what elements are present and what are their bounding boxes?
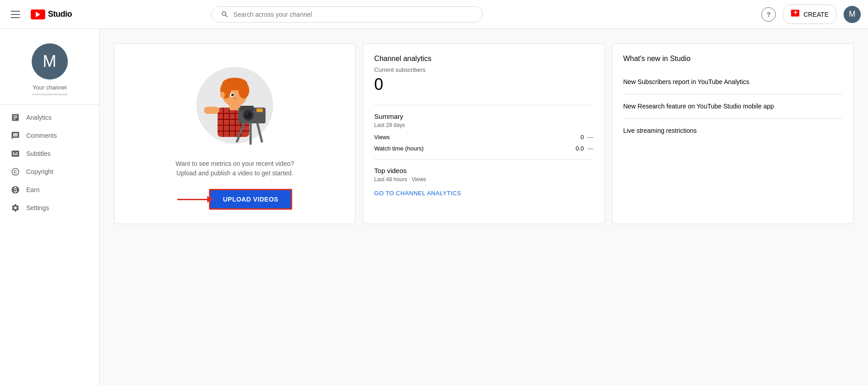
subtitles-label: Subtitles xyxy=(26,150,51,157)
summary-period: Last 28 days xyxy=(374,122,593,128)
goto-analytics-link[interactable]: GO TO CHANNEL ANALYTICS xyxy=(374,190,593,197)
svg-point-17 xyxy=(231,94,234,96)
create-label: CREATE xyxy=(803,11,829,18)
svg-point-15 xyxy=(220,92,225,98)
upload-card: Want to see metrics on your recent video… xyxy=(114,43,356,224)
copyright-label: Copyright xyxy=(26,168,53,175)
views-label: Views xyxy=(374,134,389,141)
analytics-divider-2 xyxy=(374,159,593,160)
sidebar-channel-bar xyxy=(32,94,68,95)
create-icon xyxy=(791,9,800,20)
news-text-2: New Research feature on YouTube Studio m… xyxy=(623,102,842,111)
svg-rect-26 xyxy=(256,108,263,112)
user-avatar[interactable]: M xyxy=(844,6,861,23)
search-icon xyxy=(221,10,229,19)
views-value: 0 — xyxy=(580,134,593,141)
news-item-2[interactable]: New Research feature on YouTube Studio m… xyxy=(623,94,842,119)
analytics-card-title: Channel analytics xyxy=(374,55,593,63)
comment-icon xyxy=(11,131,20,140)
sidebar-channel-label: Your channel xyxy=(33,84,66,91)
subscribers-value: 0 xyxy=(374,75,593,94)
whatsnew-title: What's new in Studio xyxy=(623,55,842,63)
svg-point-30 xyxy=(210,107,219,114)
sidebar-item-earn[interactable]: Earn xyxy=(0,181,99,199)
sidebar-item-subtitles[interactable]: Subtitles xyxy=(0,145,99,163)
copyright-icon xyxy=(11,167,20,176)
views-row: Views 0 — xyxy=(374,134,593,141)
upload-illustration xyxy=(190,58,280,148)
watch-time-value: 0.0 — xyxy=(576,145,593,152)
summary-title: Summary xyxy=(374,113,593,120)
analytics-card: Channel analytics Current subscribers 0 … xyxy=(363,43,604,224)
sidebar-profile: M Your channel xyxy=(0,36,99,105)
svg-point-25 xyxy=(246,113,248,115)
youtube-icon xyxy=(31,9,45,19)
sidebar: M Your channel Analytics Comments Subtit… xyxy=(0,29,100,239)
logo[interactable]: Studio xyxy=(31,9,72,19)
earn-label: Earn xyxy=(26,186,40,193)
help-button[interactable]: ? xyxy=(761,7,776,22)
subscribers-label: Current subscribers xyxy=(374,66,593,73)
news-text-3: Live streaming restrictions xyxy=(623,126,842,136)
svg-point-14 xyxy=(238,82,249,99)
news-text-1: New Subscribers report in YouTube Analyt… xyxy=(623,77,842,87)
sidebar-item-settings[interactable]: Settings xyxy=(0,199,99,217)
watch-time-row: Watch time (hours) 0.0 — xyxy=(374,145,593,152)
upload-text: Want to see metrics on your recent video… xyxy=(175,159,294,178)
create-button[interactable]: CREATE xyxy=(783,5,836,24)
dollar-icon xyxy=(11,185,20,194)
whatsnew-card: What's new in Studio New Subscribers rep… xyxy=(612,43,854,224)
main-content: Channel dashboard xyxy=(100,0,868,239)
sidebar-item-comments[interactable]: Comments xyxy=(0,127,99,145)
top-videos-period: Last 48 hours · Views xyxy=(374,176,593,183)
analytics-divider xyxy=(374,105,593,105)
dashboard-grid: Want to see metrics on your recent video… xyxy=(114,43,854,224)
settings-label: Settings xyxy=(26,204,49,211)
subtitles-icon xyxy=(11,149,20,158)
watch-time-label: Watch time (hours) xyxy=(374,145,423,152)
analytics-label: Analytics xyxy=(26,114,52,121)
arrow-btn-wrapper: UPLOAD VIDEOS xyxy=(177,189,292,210)
search-bar xyxy=(211,6,483,23)
news-item-1[interactable]: New Subscribers report in YouTube Analyt… xyxy=(623,70,842,94)
search-input[interactable] xyxy=(233,11,473,18)
logo-text: Studio xyxy=(48,9,72,19)
svg-point-18 xyxy=(233,98,236,99)
comments-label: Comments xyxy=(26,132,57,139)
analytics-icon xyxy=(11,113,20,122)
upload-videos-button[interactable]: UPLOAD VIDEOS xyxy=(209,189,292,210)
sidebar-item-analytics[interactable]: Analytics xyxy=(0,108,99,127)
gear-icon xyxy=(11,203,20,212)
sidebar-avatar: M xyxy=(32,43,68,80)
top-videos-title: Top videos xyxy=(374,167,593,174)
hamburger-menu[interactable] xyxy=(7,7,24,22)
news-item-3[interactable]: Live streaming restrictions xyxy=(623,119,842,143)
topnav: Studio ? CREATE M xyxy=(0,0,868,29)
sidebar-item-copyright[interactable]: Copyright xyxy=(0,163,99,181)
